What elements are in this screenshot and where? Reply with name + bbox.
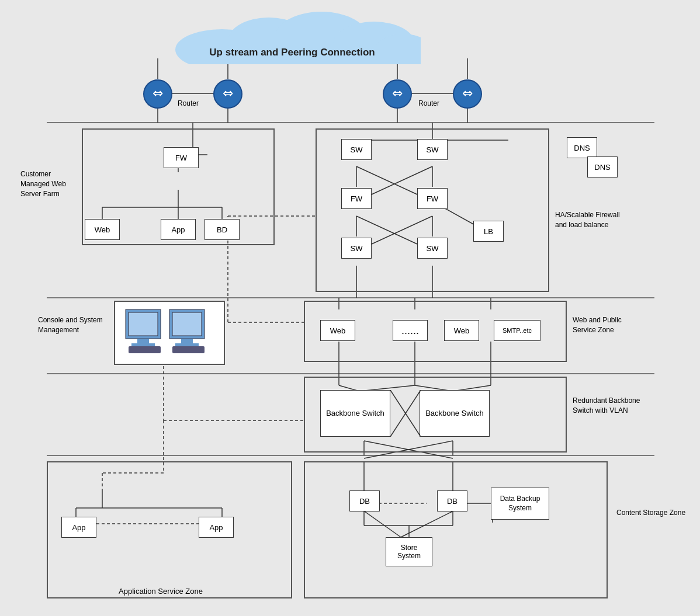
cloud-svg: Up stream and Peering Connection — [164, 12, 421, 64]
app-service-label: Application Service Zone — [114, 587, 207, 596]
web-pub3-box: Web — [444, 320, 479, 341]
web-left-box: Web — [85, 219, 120, 240]
db1-box: DB — [349, 490, 380, 511]
ha-firewall-label: HA/Scalable Firewall and load balance — [555, 210, 625, 230]
fw-left-box: FW — [164, 147, 199, 168]
router-label-left: Router — [178, 99, 199, 107]
content-storage-label: Content Storage Zone — [616, 508, 687, 518]
web-public-label: Web and Public Service Zone — [573, 315, 643, 335]
app-svc2-box: App — [199, 517, 234, 538]
db2-box: DB — [437, 490, 467, 511]
dns1-box: DNS — [567, 137, 597, 158]
svg-rect-97 — [172, 312, 202, 336]
router-left-2: ⇔ — [213, 79, 243, 112]
console-label: Console and System Management — [38, 315, 108, 335]
svg-text:⇔: ⇔ — [223, 86, 233, 100]
sw3-box: SW — [341, 238, 372, 259]
web-pub1-box: Web — [320, 320, 355, 341]
web-pub2-box: ...... — [393, 320, 428, 341]
svg-rect-101 — [172, 346, 205, 353]
svg-rect-94 — [137, 339, 149, 343]
smtp-box: SMTP..etc — [494, 320, 540, 341]
bd-box: BD — [205, 219, 240, 240]
router-label-right: Router — [418, 99, 439, 107]
svg-rect-95 — [131, 343, 155, 346]
network-diagram: Up stream and Peering Connection ⇔ ⇔ Rou… — [0, 0, 700, 616]
sw2-box: SW — [417, 139, 448, 160]
lb-box: LB — [473, 221, 504, 242]
backbone1-box: Backbone Switch — [320, 390, 390, 437]
svg-text:Up stream and Peering Connecti: Up stream and Peering Connection — [209, 47, 375, 58]
svg-text:⇔: ⇔ — [153, 86, 163, 100]
svg-rect-99 — [175, 343, 199, 346]
app-svc1-box: App — [61, 517, 96, 538]
svg-text:⇔: ⇔ — [462, 86, 473, 100]
console-computers — [123, 307, 216, 359]
customer-web-label: Customer Managed Web Server Farm — [20, 169, 73, 199]
svg-rect-100 — [129, 346, 161, 353]
backup-box: Data Backup System — [491, 488, 549, 520]
sw1-box: SW — [341, 139, 372, 160]
svg-text:⇔: ⇔ — [392, 86, 403, 100]
router-left-1: ⇔ — [143, 79, 173, 112]
content-storage-zone — [304, 461, 608, 598]
app-left-box: App — [161, 219, 196, 240]
fw-ha2-box: FW — [417, 188, 448, 209]
cloud-shape: Up stream and Peering Connection — [164, 12, 421, 67]
backbone2-box: Backbone Switch — [420, 390, 490, 437]
svg-rect-98 — [181, 339, 193, 343]
router-right-1: ⇔ — [382, 79, 413, 112]
store-box: Store System — [386, 537, 432, 566]
dns2-box: DNS — [587, 156, 618, 178]
svg-rect-93 — [129, 312, 158, 336]
sw4-box: SW — [417, 238, 448, 259]
backbone-label: Redundant Backbone Switch with VLAN — [573, 396, 643, 416]
router-right-2: ⇔ — [452, 79, 483, 112]
fw-ha1-box: FW — [341, 188, 372, 209]
console-zone — [114, 301, 225, 365]
